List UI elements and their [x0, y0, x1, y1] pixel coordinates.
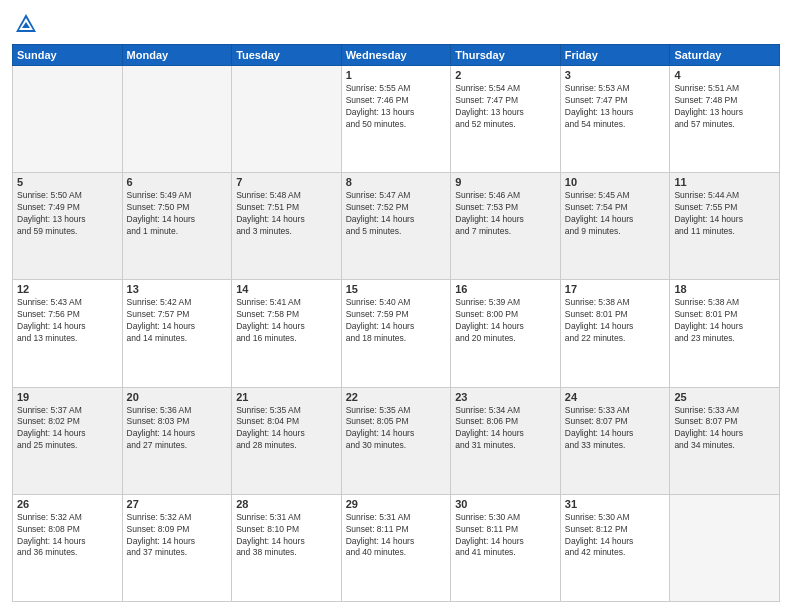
day-info: Sunrise: 5:45 AMSunset: 7:54 PMDaylight:… [565, 190, 666, 238]
day-info: Sunrise: 5:46 AMSunset: 7:53 PMDaylight:… [455, 190, 556, 238]
page: SundayMondayTuesdayWednesdayThursdayFrid… [0, 0, 792, 612]
calendar-cell: 25Sunrise: 5:33 AMSunset: 8:07 PMDayligh… [670, 387, 780, 494]
day-info: Sunrise: 5:49 AMSunset: 7:50 PMDaylight:… [127, 190, 228, 238]
calendar-cell: 13Sunrise: 5:42 AMSunset: 7:57 PMDayligh… [122, 280, 232, 387]
day-number: 6 [127, 176, 228, 188]
day-info: Sunrise: 5:32 AMSunset: 8:08 PMDaylight:… [17, 512, 118, 560]
day-info: Sunrise: 5:34 AMSunset: 8:06 PMDaylight:… [455, 405, 556, 453]
day-info: Sunrise: 5:35 AMSunset: 8:05 PMDaylight:… [346, 405, 447, 453]
day-number: 15 [346, 283, 447, 295]
day-info: Sunrise: 5:40 AMSunset: 7:59 PMDaylight:… [346, 297, 447, 345]
day-number: 5 [17, 176, 118, 188]
calendar-week-row: 12Sunrise: 5:43 AMSunset: 7:56 PMDayligh… [13, 280, 780, 387]
calendar-cell: 29Sunrise: 5:31 AMSunset: 8:11 PMDayligh… [341, 494, 451, 601]
calendar-cell: 16Sunrise: 5:39 AMSunset: 8:00 PMDayligh… [451, 280, 561, 387]
day-info: Sunrise: 5:55 AMSunset: 7:46 PMDaylight:… [346, 83, 447, 131]
calendar-header-saturday: Saturday [670, 45, 780, 66]
calendar-cell: 26Sunrise: 5:32 AMSunset: 8:08 PMDayligh… [13, 494, 123, 601]
calendar-header-tuesday: Tuesday [232, 45, 342, 66]
calendar-cell: 20Sunrise: 5:36 AMSunset: 8:03 PMDayligh… [122, 387, 232, 494]
calendar-cell: 12Sunrise: 5:43 AMSunset: 7:56 PMDayligh… [13, 280, 123, 387]
calendar-header-row: SundayMondayTuesdayWednesdayThursdayFrid… [13, 45, 780, 66]
day-info: Sunrise: 5:39 AMSunset: 8:00 PMDaylight:… [455, 297, 556, 345]
day-number: 27 [127, 498, 228, 510]
day-info: Sunrise: 5:30 AMSunset: 8:12 PMDaylight:… [565, 512, 666, 560]
calendar-cell: 22Sunrise: 5:35 AMSunset: 8:05 PMDayligh… [341, 387, 451, 494]
logo [12, 10, 44, 38]
calendar-cell: 5Sunrise: 5:50 AMSunset: 7:49 PMDaylight… [13, 173, 123, 280]
day-number: 12 [17, 283, 118, 295]
calendar-week-row: 5Sunrise: 5:50 AMSunset: 7:49 PMDaylight… [13, 173, 780, 280]
day-info: Sunrise: 5:44 AMSunset: 7:55 PMDaylight:… [674, 190, 775, 238]
calendar-cell [232, 66, 342, 173]
day-info: Sunrise: 5:50 AMSunset: 7:49 PMDaylight:… [17, 190, 118, 238]
calendar-header-monday: Monday [122, 45, 232, 66]
calendar-cell: 30Sunrise: 5:30 AMSunset: 8:11 PMDayligh… [451, 494, 561, 601]
day-info: Sunrise: 5:31 AMSunset: 8:11 PMDaylight:… [346, 512, 447, 560]
day-info: Sunrise: 5:33 AMSunset: 8:07 PMDaylight:… [565, 405, 666, 453]
day-number: 19 [17, 391, 118, 403]
day-info: Sunrise: 5:38 AMSunset: 8:01 PMDaylight:… [674, 297, 775, 345]
calendar-cell: 9Sunrise: 5:46 AMSunset: 7:53 PMDaylight… [451, 173, 561, 280]
calendar-week-row: 1Sunrise: 5:55 AMSunset: 7:46 PMDaylight… [13, 66, 780, 173]
day-number: 9 [455, 176, 556, 188]
day-number: 25 [674, 391, 775, 403]
day-info: Sunrise: 5:30 AMSunset: 8:11 PMDaylight:… [455, 512, 556, 560]
calendar-cell: 6Sunrise: 5:49 AMSunset: 7:50 PMDaylight… [122, 173, 232, 280]
calendar-cell: 14Sunrise: 5:41 AMSunset: 7:58 PMDayligh… [232, 280, 342, 387]
day-info: Sunrise: 5:43 AMSunset: 7:56 PMDaylight:… [17, 297, 118, 345]
day-number: 18 [674, 283, 775, 295]
calendar-cell: 23Sunrise: 5:34 AMSunset: 8:06 PMDayligh… [451, 387, 561, 494]
day-info: Sunrise: 5:41 AMSunset: 7:58 PMDaylight:… [236, 297, 337, 345]
day-number: 13 [127, 283, 228, 295]
calendar-cell: 3Sunrise: 5:53 AMSunset: 7:47 PMDaylight… [560, 66, 670, 173]
calendar-header-thursday: Thursday [451, 45, 561, 66]
day-info: Sunrise: 5:37 AMSunset: 8:02 PMDaylight:… [17, 405, 118, 453]
day-number: 31 [565, 498, 666, 510]
day-number: 24 [565, 391, 666, 403]
calendar-cell: 31Sunrise: 5:30 AMSunset: 8:12 PMDayligh… [560, 494, 670, 601]
calendar-cell: 18Sunrise: 5:38 AMSunset: 8:01 PMDayligh… [670, 280, 780, 387]
calendar-cell: 27Sunrise: 5:32 AMSunset: 8:09 PMDayligh… [122, 494, 232, 601]
calendar-cell: 24Sunrise: 5:33 AMSunset: 8:07 PMDayligh… [560, 387, 670, 494]
day-number: 29 [346, 498, 447, 510]
day-number: 17 [565, 283, 666, 295]
calendar-cell: 15Sunrise: 5:40 AMSunset: 7:59 PMDayligh… [341, 280, 451, 387]
calendar-week-row: 19Sunrise: 5:37 AMSunset: 8:02 PMDayligh… [13, 387, 780, 494]
day-number: 1 [346, 69, 447, 81]
calendar-header-friday: Friday [560, 45, 670, 66]
day-number: 7 [236, 176, 337, 188]
day-number: 23 [455, 391, 556, 403]
day-info: Sunrise: 5:31 AMSunset: 8:10 PMDaylight:… [236, 512, 337, 560]
calendar-week-row: 26Sunrise: 5:32 AMSunset: 8:08 PMDayligh… [13, 494, 780, 601]
day-info: Sunrise: 5:33 AMSunset: 8:07 PMDaylight:… [674, 405, 775, 453]
calendar-cell [13, 66, 123, 173]
calendar-cell: 10Sunrise: 5:45 AMSunset: 7:54 PMDayligh… [560, 173, 670, 280]
day-number: 30 [455, 498, 556, 510]
day-number: 11 [674, 176, 775, 188]
calendar-cell: 4Sunrise: 5:51 AMSunset: 7:48 PMDaylight… [670, 66, 780, 173]
calendar-cell: 1Sunrise: 5:55 AMSunset: 7:46 PMDaylight… [341, 66, 451, 173]
day-info: Sunrise: 5:51 AMSunset: 7:48 PMDaylight:… [674, 83, 775, 131]
day-number: 16 [455, 283, 556, 295]
day-number: 2 [455, 69, 556, 81]
day-info: Sunrise: 5:36 AMSunset: 8:03 PMDaylight:… [127, 405, 228, 453]
day-number: 28 [236, 498, 337, 510]
day-number: 8 [346, 176, 447, 188]
calendar-cell: 8Sunrise: 5:47 AMSunset: 7:52 PMDaylight… [341, 173, 451, 280]
day-number: 22 [346, 391, 447, 403]
day-number: 10 [565, 176, 666, 188]
day-info: Sunrise: 5:54 AMSunset: 7:47 PMDaylight:… [455, 83, 556, 131]
day-number: 3 [565, 69, 666, 81]
calendar-cell [122, 66, 232, 173]
header [12, 10, 780, 38]
day-info: Sunrise: 5:32 AMSunset: 8:09 PMDaylight:… [127, 512, 228, 560]
day-info: Sunrise: 5:42 AMSunset: 7:57 PMDaylight:… [127, 297, 228, 345]
day-info: Sunrise: 5:38 AMSunset: 8:01 PMDaylight:… [565, 297, 666, 345]
calendar-cell: 17Sunrise: 5:38 AMSunset: 8:01 PMDayligh… [560, 280, 670, 387]
calendar-cell [670, 494, 780, 601]
day-number: 14 [236, 283, 337, 295]
day-info: Sunrise: 5:48 AMSunset: 7:51 PMDaylight:… [236, 190, 337, 238]
calendar-cell: 21Sunrise: 5:35 AMSunset: 8:04 PMDayligh… [232, 387, 342, 494]
calendar-cell: 19Sunrise: 5:37 AMSunset: 8:02 PMDayligh… [13, 387, 123, 494]
